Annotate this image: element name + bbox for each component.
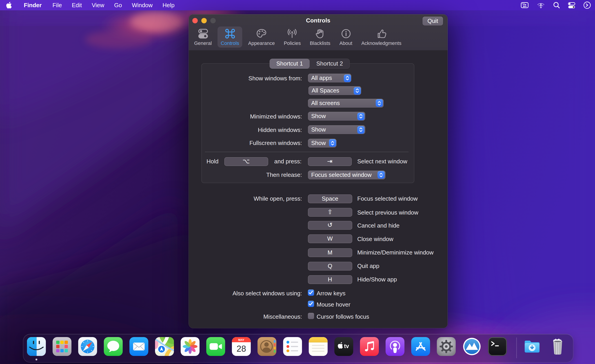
window-title: Controls	[189, 17, 298, 24]
tab-policies[interactable]: Policies	[281, 27, 298, 48]
menu-bar: Finder File Edit View Go Window Help	[0, 0, 298, 10]
menu-finder[interactable]: Finder	[18, 0, 47, 10]
tab-general[interactable]: General	[191, 27, 215, 48]
minimized-windows-label: Minimized windows:	[189, 113, 298, 120]
tab-label: Appearance	[248, 40, 275, 46]
tab-controls[interactable]: Controls	[218, 27, 242, 48]
menu-view[interactable]: View	[87, 0, 109, 10]
menu-file[interactable]: File	[47, 0, 67, 10]
menu-go[interactable]: Go	[109, 0, 127, 10]
apple-menu[interactable]	[0, 2, 18, 8]
toggles-icon	[197, 28, 209, 40]
antenna-icon	[286, 28, 298, 40]
menu-edit[interactable]: Edit	[67, 0, 87, 10]
show-windows-from-label: Show windows from:	[189, 75, 298, 82]
menu-help[interactable]: Help	[157, 0, 179, 10]
toolbar-tabs: General C	[191, 27, 298, 48]
menu-items: Finder File Edit View Go Window Help	[18, 0, 179, 10]
tab-label: General	[194, 40, 212, 46]
shortcut-segmented-control: Shortcut 1 Shortcut 2	[270, 59, 298, 69]
tab-label: Policies	[284, 40, 298, 46]
tab-shortcut-1[interactable]: Shortcut 1	[270, 59, 298, 69]
palette-icon	[256, 28, 267, 40]
menu-window[interactable]: Window	[127, 0, 158, 10]
window-toolbar: Controls Quit General	[189, 14, 298, 50]
tab-label: Controls	[221, 40, 239, 46]
hidden-windows-label: Hidden windows:	[189, 126, 298, 133]
desktop: Finder File Edit View Go Window Help	[0, 0, 298, 182]
apple-icon	[6, 2, 12, 8]
tab-appearance[interactable]: Appearance	[245, 27, 278, 48]
then-release-label: Then release:	[189, 172, 298, 178]
window-content: Shortcut 1 Shortcut 2 Show windows from:…	[189, 50, 298, 182]
fullscreen-windows-label: Fullscreen windows:	[189, 140, 298, 146]
controls-window: Controls Quit General	[189, 14, 298, 182]
command-icon	[225, 28, 235, 40]
and-press-label: and press:	[189, 158, 298, 165]
group-divider	[205, 152, 298, 152]
